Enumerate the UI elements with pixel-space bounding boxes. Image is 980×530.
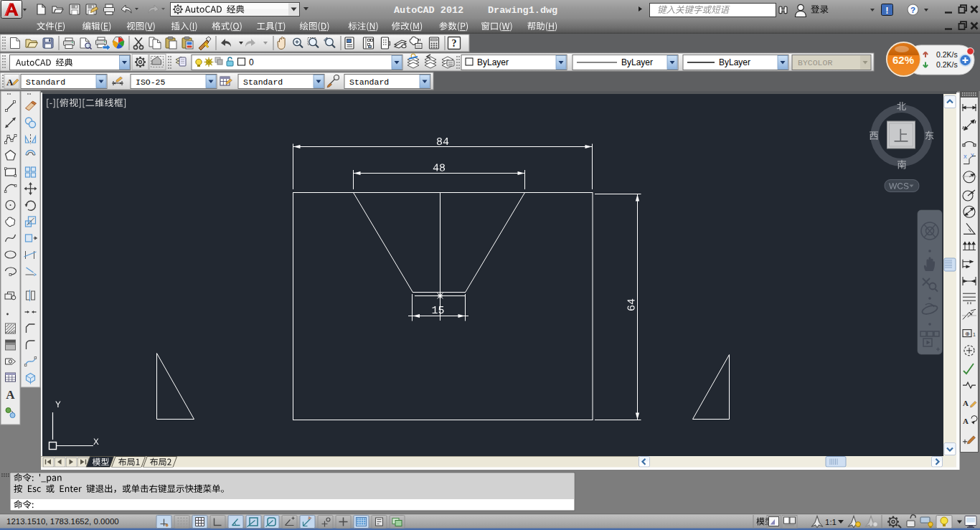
svg-text:?: ? (452, 38, 457, 49)
svg-text:1: 1 (973, 332, 976, 337)
svg-text:A: A (6, 77, 14, 87)
svg-text:Drawing1.dwg: Drawing1.dwg (488, 5, 557, 16)
svg-text:AutoCAD 2012: AutoCAD 2012 (394, 5, 463, 16)
svg-text:ByLayer: ByLayer (719, 57, 750, 67)
svg-text:Y: Y (971, 153, 974, 158)
svg-text:BYCOLOR: BYCOLOR (798, 58, 832, 67)
svg-text:0: 0 (249, 57, 254, 67)
svg-text:Standard: Standard (349, 77, 389, 87)
svg-text:1213.1510, 1783.1652, 0.0000: 1213.1510, 1783.1652, 0.0000 (6, 517, 119, 526)
svg-text:0.2K/s: 0.2K/s (936, 60, 958, 69)
svg-text:A: A (963, 417, 969, 425)
svg-text:?: ? (910, 6, 915, 14)
svg-text:0.2K/s: 0.2K/s (936, 50, 958, 59)
svg-text:ByLayer: ByLayer (621, 57, 653, 67)
svg-text:Standard: Standard (243, 77, 283, 87)
svg-text:62%: 62% (892, 54, 914, 66)
svg-text:Standard: Standard (26, 77, 65, 87)
svg-text:1:1: 1:1 (825, 518, 837, 526)
svg-text:!: ! (885, 5, 888, 16)
svg-text:A: A (6, 388, 15, 402)
svg-text:A: A (963, 399, 969, 407)
svg-text:⊕: ⊕ (965, 331, 970, 337)
svg-text:X: X (963, 154, 967, 159)
svg-text:ByLayer: ByLayer (477, 57, 509, 67)
svg-text:ISO-25: ISO-25 (136, 77, 166, 87)
